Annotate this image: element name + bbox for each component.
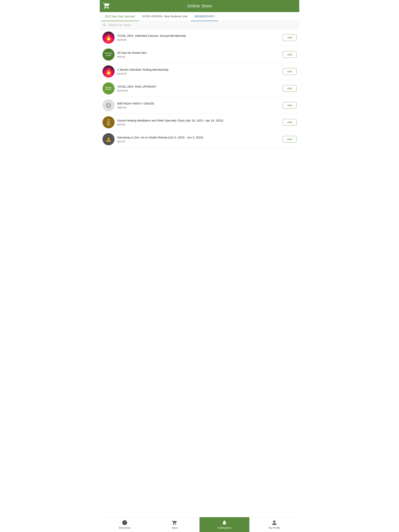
nav-store-label: Store <box>171 526 178 529</box>
list-item: 🔥 TOTAL ZEN- Unlimited Classes- Annual M… <box>100 29 299 46</box>
product-thumbnail: NEW DAYMINDFUL <box>103 82 115 95</box>
product-price: $300.00 <box>117 106 280 109</box>
tabs-bar: 2023 New Year Specials! INTRO OFFERS- Ne… <box>100 12 299 21</box>
list-item: SOHEAMEDIREIK Sound Healing Meditation a… <box>100 114 299 131</box>
product-thumbnail: 🧘 <box>103 133 115 145</box>
tab-new-year[interactable]: 2023 New Year Specials! <box>101 12 139 21</box>
list-item: Welcometo ZHY 30 Day No Sweat Intro $49.… <box>100 46 299 63</box>
add-button[interactable]: Add <box>283 85 296 92</box>
header: Online Store <box>100 0 299 12</box>
product-price: $1200.00 <box>117 89 280 92</box>
product-name: 1 Month Unlimited- Rolling Membership <box>117 68 280 72</box>
list-item: 🔥 1 Month Unlimited- Rolling Membership … <box>100 63 299 80</box>
person-icon <box>272 520 277 525</box>
add-button[interactable]: Add <box>283 34 296 41</box>
nav-my-profile-label: My Profile <box>269 526 280 529</box>
product-name: TOTAL ZEN- PAID UPFRONT <box>117 85 280 89</box>
product-price: $109.00 <box>117 38 280 41</box>
nav-notifications-label: Notifications <box>218 526 232 529</box>
product-info: TOTAL ZEN- PAID UPFRONT $1200.00 <box>117 85 280 92</box>
product-info: Namastay in Zen: An In-Studio Retreat (J… <box>117 136 280 143</box>
nav-my-profile[interactable]: My Profile <box>249 517 299 532</box>
list-item: 🧘 Namastay in Zen: An In-Studio Retreat … <box>100 131 299 148</box>
product-name: Namastay in Zen: An In-Studio Retreat (J… <box>117 136 280 139</box>
product-price: $35.00 <box>117 123 280 126</box>
nav-notifications[interactable]: Notifications <box>200 517 249 532</box>
tab-intro[interactable]: INTRO OFFERS- New Students Only <box>139 12 191 21</box>
nav-store[interactable]: Store <box>150 517 200 532</box>
page-title: Online Store <box>187 4 212 9</box>
search-bar <box>100 21 299 29</box>
tab-memberships[interactable]: MEMBERSHIPS <box>191 12 218 21</box>
add-button[interactable]: Add <box>283 51 296 58</box>
add-button[interactable]: Add <box>283 119 296 126</box>
cart-icon[interactable] <box>103 2 110 10</box>
product-price: $20.00 <box>117 140 280 143</box>
product-info: 30 Day No Sweat Intro $49.00 <box>117 51 280 58</box>
add-button[interactable]: Add <box>283 68 296 75</box>
list-item: BIRTHDAY PARTY- ONSITE $300.00 Add <box>100 97 299 114</box>
product-thumbnail: 🔥 <box>103 65 115 77</box>
product-thumbnail <box>103 99 115 111</box>
product-info: BIRTHDAY PARTY- ONSITE $300.00 <box>117 102 280 109</box>
product-info: 1 Month Unlimited- Rolling Membership $1… <box>117 68 280 75</box>
product-price: $49.00 <box>117 55 280 58</box>
product-name: 30 Day No Sweat Intro <box>117 51 280 55</box>
nav-book-now[interactable]: Book Now <box>100 517 150 532</box>
search-input[interactable] <box>108 23 296 27</box>
check-circle-icon <box>122 520 127 525</box>
product-name: BIRTHDAY PARTY- ONSITE <box>117 102 280 106</box>
add-button[interactable]: Add <box>283 102 296 109</box>
bottom-nav: Book Now Store Notifications My Profile <box>100 517 299 532</box>
product-list: 🔥 TOTAL ZEN- Unlimited Classes- Annual M… <box>100 29 299 517</box>
search-icon <box>103 23 106 27</box>
product-name: TOTAL ZEN- Unlimited Classes- Annual Mem… <box>117 34 280 38</box>
product-thumbnail: SOHEAMEDIREIK <box>103 116 115 128</box>
product-info: Sound Healing Meditation and Reiki Speci… <box>117 119 280 126</box>
product-thumbnail: 🔥 <box>103 32 115 44</box>
product-price: $129.00 <box>117 72 280 75</box>
bell-icon <box>222 520 227 525</box>
nav-book-now-label: Book Now <box>119 526 130 529</box>
add-button[interactable]: Add <box>283 136 296 143</box>
product-thumbnail: Welcometo ZHY <box>103 49 115 61</box>
list-item: NEW DAYMINDFUL TOTAL ZEN- PAID UPFRONT $… <box>100 80 299 97</box>
store-cart-icon <box>172 520 177 525</box>
product-info: TOTAL ZEN- Unlimited Classes- Annual Mem… <box>117 34 280 41</box>
product-name: Sound Healing Meditation and Reiki Speci… <box>117 119 280 122</box>
